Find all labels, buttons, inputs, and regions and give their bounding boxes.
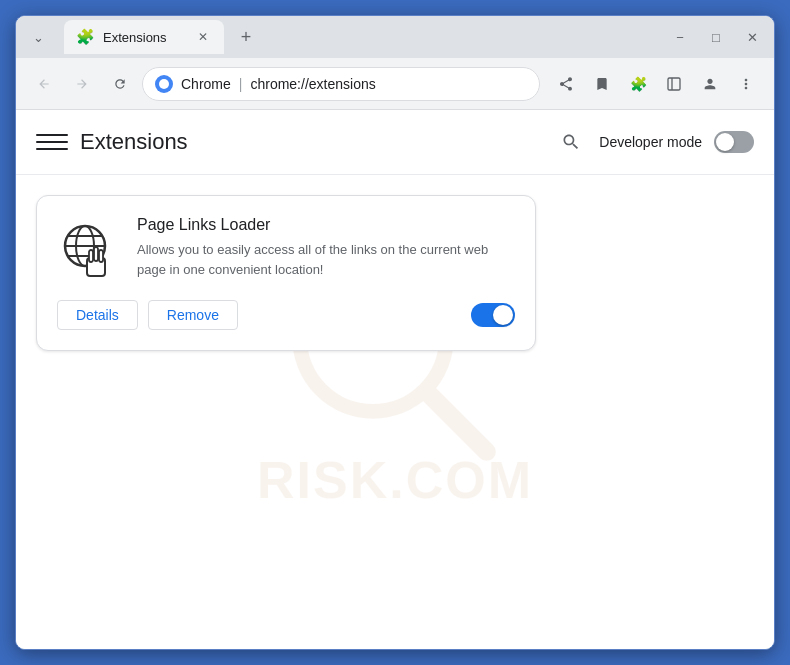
watermark-text: RISK.COM [257, 450, 533, 510]
toolbar-icons: 🧩 [550, 68, 762, 100]
extension-icon [57, 216, 121, 280]
title-bar-right: − □ ✕ [666, 23, 766, 51]
svg-line-4 [428, 393, 487, 452]
title-bar: ⌄ 🧩 Extensions ✕ + − □ ✕ [16, 16, 774, 58]
extension-toggle-thumb [493, 305, 513, 325]
extension-info: Page Links Loader Allows you to easily a… [137, 216, 515, 280]
extension-card-top: Page Links Loader Allows you to easily a… [57, 216, 515, 280]
tab-close-button[interactable]: ✕ [194, 28, 212, 46]
developer-mode-toggle[interactable] [714, 131, 754, 153]
sidebar-icon[interactable] [658, 68, 690, 100]
tab-puzzle-icon: 🧩 [76, 28, 95, 46]
share-icon[interactable] [550, 68, 582, 100]
toggle-thumb [716, 133, 734, 151]
new-tab-button[interactable]: + [232, 23, 260, 51]
window-controls: ⌄ [24, 23, 52, 51]
minimize-button[interactable]: − [666, 23, 694, 51]
page-title: Extensions [80, 129, 188, 155]
svg-rect-11 [89, 250, 93, 262]
extension-enable-toggle[interactable] [471, 303, 515, 327]
hamburger-menu[interactable] [36, 126, 68, 158]
details-button[interactable]: Details [57, 300, 138, 330]
chevron-down-button[interactable]: ⌄ [24, 23, 52, 51]
tab-title: Extensions [103, 30, 186, 45]
developer-mode-label: Developer mode [599, 134, 702, 150]
extension-card: Page Links Loader Allows you to easily a… [36, 195, 536, 351]
close-button[interactable]: ✕ [738, 23, 766, 51]
forward-button[interactable] [66, 68, 98, 100]
search-button[interactable] [555, 126, 587, 158]
svg-rect-12 [94, 247, 98, 261]
url-separator: | [239, 76, 243, 92]
svg-rect-1 [668, 78, 680, 90]
extension-name: Page Links Loader [137, 216, 515, 234]
browser-window: ⌄ 🧩 Extensions ✕ + − □ ✕ Chrome | [15, 15, 775, 650]
active-tab[interactable]: 🧩 Extensions ✕ [64, 20, 224, 54]
extensions-header: Extensions Developer mode [16, 110, 774, 175]
header-right: Developer mode [555, 126, 754, 158]
extensions-icon[interactable]: 🧩 [622, 68, 654, 100]
url-brand: Chrome [181, 76, 231, 92]
reload-button[interactable] [104, 68, 136, 100]
svg-rect-13 [99, 250, 103, 262]
url-path: chrome://extensions [250, 76, 375, 92]
svg-point-0 [159, 79, 169, 89]
bookmark-icon[interactable] [586, 68, 618, 100]
url-bar[interactable]: Chrome | chrome://extensions [142, 67, 540, 101]
back-button[interactable] [28, 68, 60, 100]
remove-button[interactable]: Remove [148, 300, 238, 330]
menu-icon[interactable] [730, 68, 762, 100]
page-content: RISK.COM Extensions Developer mode [16, 110, 774, 649]
extension-description: Allows you to easily access all of the l… [137, 240, 515, 279]
site-icon [155, 75, 173, 93]
maximize-button[interactable]: □ [702, 23, 730, 51]
address-bar: Chrome | chrome://extensions 🧩 [16, 58, 774, 110]
profile-icon[interactable] [694, 68, 726, 100]
extension-card-bottom: Details Remove [57, 300, 515, 330]
extensions-body: Page Links Loader Allows you to easily a… [16, 175, 774, 371]
